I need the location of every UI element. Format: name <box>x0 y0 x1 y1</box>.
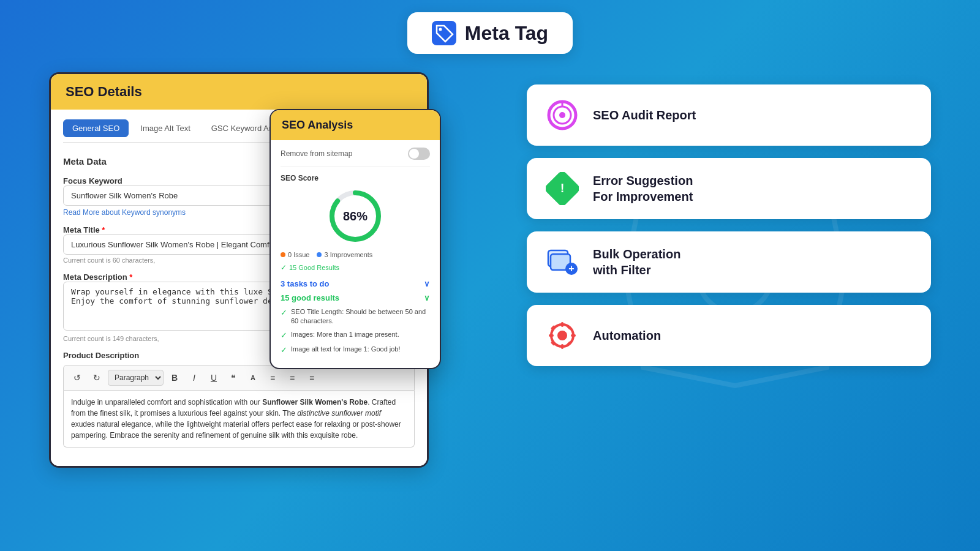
right-section: SEO Audit Report ! Error SuggestionFor I… <box>527 72 931 468</box>
error-icon-wrap: ! <box>544 170 581 207</box>
paragraph-select[interactable]: Paragraph <box>108 370 164 386</box>
error-icon: ! <box>546 172 579 205</box>
header-badge: Meta Tag <box>407 12 573 54</box>
feature-title-error-suggestion: Error SuggestionFor Improvement <box>593 173 693 204</box>
svg-rect-18 <box>549 334 554 337</box>
svg-rect-16 <box>561 322 564 327</box>
italic-button[interactable]: I <box>186 369 203 386</box>
bold-button[interactable]: B <box>166 369 183 386</box>
good-results-check: ✓ <box>281 263 287 272</box>
result-check-3: ✓ <box>281 345 287 356</box>
svg-point-1 <box>439 28 442 31</box>
seo-score-label: SEO Score <box>281 174 430 182</box>
result-check-2: ✓ <box>281 330 287 341</box>
feature-title-seo-audit: SEO Audit Report <box>593 107 696 123</box>
align-left-button[interactable]: ≡ <box>264 369 281 386</box>
seo-analysis-body: Remove from sitemap SEO Score 86% <box>271 140 440 368</box>
seo-analysis-header: SEO Analysis <box>271 110 440 140</box>
header: Meta Tag <box>0 0 980 60</box>
tasks-section: 3 tasks to do ∨ <box>281 279 430 288</box>
good-results-header[interactable]: 15 good results ∨ <box>281 293 430 302</box>
feature-title-automation: Automation <box>593 328 661 343</box>
automation-icon-wrap <box>544 317 581 354</box>
remove-sitemap-label: Remove from sitemap <box>281 149 352 158</box>
left-section: SEO Details General SEO Image Alt Text G… <box>49 72 490 468</box>
tab-general-seo[interactable]: General SEO <box>63 119 129 137</box>
svg-rect-17 <box>561 344 564 349</box>
feature-card-automation[interactable]: Automation <box>527 305 931 366</box>
automation-icon <box>546 319 579 352</box>
svg-text:+: + <box>568 263 574 274</box>
remove-sitemap-row: Remove from sitemap <box>281 148 430 167</box>
align-center-button[interactable]: ≡ <box>284 369 301 386</box>
score-text: 86% <box>343 209 368 223</box>
seo-analysis-title: SEO Analysis <box>282 119 353 131</box>
tag-icon <box>432 21 456 45</box>
quote-button[interactable]: ❝ <box>225 369 242 386</box>
result-item-3: ✓ Image alt text for Image 1: Good job! <box>281 345 430 356</box>
underline-button[interactable]: U <box>205 369 222 386</box>
good-results-section: 15 good results ∨ ✓ SEO Title Length: Sh… <box>281 293 430 356</box>
good-results-row: ✓ 15 Good Results <box>281 263 430 272</box>
main-content: SEO Details General SEO Image Alt Text G… <box>0 60 980 480</box>
product-description-editor[interactable]: Indulge in unparalleled comfort and soph… <box>63 391 415 448</box>
svg-text:!: ! <box>560 181 565 195</box>
good-results-chevron-icon: ∨ <box>424 293 430 302</box>
header-title: Meta Tag <box>465 22 548 45</box>
good-results-count: 15 Good Results <box>289 264 339 271</box>
improvements-stat: 3 Improvements <box>317 251 372 258</box>
audit-icon-wrap <box>544 97 581 133</box>
undo-button[interactable]: ↺ <box>69 369 86 386</box>
score-circle-container: 86% <box>281 189 430 244</box>
tasks-header[interactable]: 3 tasks to do ∨ <box>281 279 430 288</box>
result-check-1: ✓ <box>281 307 287 318</box>
issues-dot <box>281 252 285 257</box>
svg-rect-0 <box>432 21 456 45</box>
svg-rect-19 <box>571 334 576 337</box>
bulk-icon: + <box>546 246 579 279</box>
redo-button[interactable]: ↻ <box>88 369 105 386</box>
issues-stat: 0 Issue <box>281 251 309 258</box>
result-item-1: ✓ SEO Title Length: Should be between 50… <box>281 307 430 326</box>
result-item-2: ✓ Images: More than 1 image present. <box>281 330 430 341</box>
score-stats: 0 Issue 3 Improvements <box>281 251 430 258</box>
tasks-chevron-icon: ∨ <box>424 279 430 288</box>
feature-title-bulk-operation: Bulk Operationwith Filter <box>593 246 680 278</box>
svg-point-15 <box>557 331 567 340</box>
svg-point-6 <box>559 112 565 118</box>
feature-card-error-suggestion[interactable]: ! Error SuggestionFor Improvement <box>527 158 931 219</box>
score-circle: 86% <box>328 189 383 244</box>
improvements-dot <box>317 252 322 257</box>
feature-card-seo-audit[interactable]: SEO Audit Report <box>527 84 931 146</box>
audit-icon <box>546 99 579 132</box>
tab-image-alt[interactable]: Image Alt Text <box>131 119 199 137</box>
align-right-button[interactable]: ≡ <box>303 369 320 386</box>
seo-details-title: SEO Details <box>66 84 142 99</box>
color-button[interactable]: A <box>244 369 262 386</box>
remove-sitemap-toggle[interactable] <box>408 148 430 160</box>
meta-data-label: Meta Data <box>63 156 107 167</box>
bulk-icon-wrap: + <box>544 244 581 280</box>
seo-details-header: SEO Details <box>51 74 427 110</box>
feature-card-bulk-operation[interactable]: + Bulk Operationwith Filter <box>527 231 931 293</box>
seo-analysis-card: SEO Analysis Remove from sitemap SEO Sco… <box>270 109 441 369</box>
